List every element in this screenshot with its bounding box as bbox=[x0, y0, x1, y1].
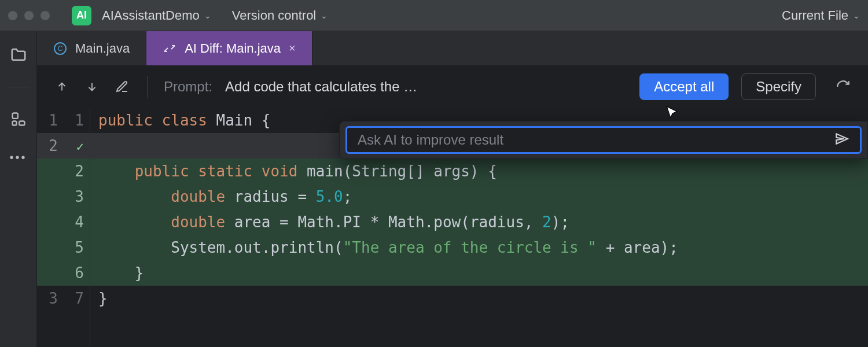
token-id: Main bbox=[216, 112, 253, 129]
svg-text:C: C bbox=[58, 45, 63, 53]
ask-ai-input[interactable] bbox=[358, 132, 834, 148]
edit-icon[interactable] bbox=[113, 78, 131, 95]
token-fn: pow bbox=[433, 213, 461, 231]
token-pn: } bbox=[98, 290, 108, 307]
gutter-a: 3 bbox=[37, 286, 64, 311]
more-tools-icon[interactable]: ••• bbox=[9, 151, 27, 164]
gutter-b: 6 bbox=[64, 260, 90, 286]
minimize-dot[interactable] bbox=[24, 11, 34, 20]
close-icon[interactable]: × bbox=[289, 42, 296, 55]
app-badge-icon: AI bbox=[72, 6, 91, 25]
tab-label: Main.java bbox=[75, 41, 130, 56]
token-num: 5.0 bbox=[316, 188, 343, 205]
token-pn: ; bbox=[560, 213, 569, 231]
prev-change-icon[interactable] bbox=[53, 78, 71, 95]
specify-button[interactable]: Specify bbox=[741, 73, 816, 100]
prompt-label: Prompt: bbox=[164, 79, 212, 95]
token-id: PI bbox=[343, 213, 361, 231]
sidebar-separator bbox=[7, 87, 30, 87]
send-icon[interactable] bbox=[834, 131, 849, 149]
token-pn: ) bbox=[470, 163, 479, 180]
svg-rect-0 bbox=[12, 113, 17, 119]
gutter-a: 1 bbox=[37, 108, 64, 133]
token-pn: . bbox=[334, 213, 343, 231]
token-pn: , bbox=[524, 213, 534, 231]
gutter-a bbox=[37, 158, 64, 184]
zoom-dot[interactable] bbox=[41, 11, 50, 20]
window-controls bbox=[8, 11, 50, 20]
svg-rect-1 bbox=[12, 121, 16, 125]
code-line[interactable]: double area = Math.PI * Math.pow(radius,… bbox=[90, 209, 868, 235]
gutter-b: 7 bbox=[64, 286, 90, 311]
token-pn: . bbox=[225, 239, 234, 256]
gutter-a bbox=[37, 209, 64, 235]
token-id: radius bbox=[470, 213, 524, 231]
project-tool-icon[interactable] bbox=[10, 46, 27, 64]
token-pn: ) bbox=[660, 239, 670, 256]
code-line[interactable]: double radius = 5.0; bbox=[90, 184, 868, 209]
project-name: AIAssistantDemo bbox=[102, 8, 200, 23]
token-pn: [] bbox=[406, 163, 424, 180]
ask-ai-input-wrapper bbox=[345, 126, 862, 154]
token-pn: ; bbox=[669, 239, 678, 256]
token-pn: = bbox=[279, 213, 289, 231]
gutter-a bbox=[37, 260, 64, 286]
token-id: area bbox=[234, 213, 271, 231]
chevron-down-icon: ⌄ bbox=[853, 11, 860, 20]
token-pn: + bbox=[606, 239, 615, 256]
code-line[interactable]: public static void main(String[] args) { bbox=[90, 158, 868, 184]
accept-all-button[interactable]: Accept all bbox=[639, 73, 729, 100]
token-id: area bbox=[624, 239, 660, 256]
gutter-b: 4 bbox=[64, 209, 90, 235]
token-pn: . bbox=[262, 239, 271, 256]
token-id: out bbox=[234, 239, 262, 256]
token-kw: class bbox=[162, 112, 207, 129]
gutter-b: 3 bbox=[64, 184, 90, 209]
refresh-icon[interactable] bbox=[834, 78, 852, 95]
token-pn: . bbox=[425, 213, 434, 231]
token-pn: { bbox=[262, 112, 271, 129]
token-pn: { bbox=[488, 163, 497, 180]
vcs-label: Version control bbox=[232, 8, 317, 23]
next-change-icon[interactable] bbox=[83, 78, 101, 95]
token-kw: double bbox=[171, 213, 225, 231]
accept-all-label: Accept all bbox=[654, 79, 714, 95]
code-line[interactable]: } bbox=[90, 260, 868, 286]
token-pn: ( bbox=[343, 163, 352, 180]
token-kw: double bbox=[171, 188, 225, 205]
token-pn: * bbox=[370, 213, 380, 231]
chevron-down-icon: ⌄ bbox=[321, 11, 328, 20]
project-dropdown[interactable]: AIAssistantDemo ⌄ bbox=[102, 8, 211, 23]
token-id: Math bbox=[297, 213, 334, 231]
ask-ai-popup bbox=[339, 121, 868, 159]
gutter-a bbox=[37, 184, 64, 209]
tab-main-java[interactable]: CMain.java bbox=[37, 31, 146, 65]
code-line[interactable]: System.out.println("The area of the circ… bbox=[90, 235, 868, 260]
workarea: CMain.javaAI Diff: Main.java× Prompt: Ad… bbox=[37, 31, 868, 347]
token-num: 2 bbox=[542, 213, 551, 231]
token-kw: public bbox=[98, 112, 153, 129]
token-fn: main bbox=[307, 163, 343, 180]
gutter-b: ✓ bbox=[64, 133, 90, 158]
token-pn: ; bbox=[343, 188, 352, 205]
titlebar: AI AIAssistantDemo ⌄ Version control ⌄ C… bbox=[0, 0, 868, 31]
token-id: args bbox=[433, 163, 470, 180]
run-target-dropdown[interactable]: Current File ⌄ bbox=[782, 8, 860, 23]
tab-ai-diff-main-java[interactable]: AI Diff: Main.java× bbox=[146, 31, 312, 65]
token-kw: void bbox=[262, 163, 298, 180]
token-pn: } bbox=[135, 264, 144, 282]
editor-tabs: CMain.javaAI Diff: Main.java× bbox=[37, 31, 868, 66]
code-line[interactable]: } bbox=[90, 286, 868, 311]
svg-rect-2 bbox=[19, 121, 24, 125]
token-id: radius bbox=[234, 188, 289, 205]
sidebar: ••• bbox=[0, 31, 37, 347]
prompt-text: Add code that calculates the … bbox=[225, 79, 417, 95]
diff-toolbar: Prompt: Add code that calculates the … A… bbox=[37, 66, 868, 108]
token-id: String bbox=[352, 163, 406, 180]
close-dot[interactable] bbox=[8, 11, 17, 20]
tab-label: AI Diff: Main.java bbox=[185, 41, 281, 56]
vcs-dropdown[interactable]: Version control ⌄ bbox=[232, 8, 328, 23]
gutter-b: 1 bbox=[64, 108, 90, 133]
structure-tool-icon[interactable] bbox=[10, 110, 27, 128]
chevron-down-icon: ⌄ bbox=[204, 11, 211, 20]
